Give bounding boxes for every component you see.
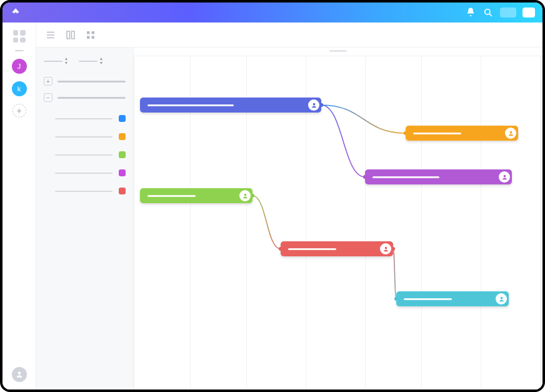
- item-label: [55, 118, 112, 119]
- dependency-link: [321, 105, 365, 177]
- task-title: [148, 195, 196, 197]
- task-title: [372, 176, 439, 178]
- view-toolbar: [36, 23, 542, 48]
- task-bar[interactable]: [365, 169, 512, 184]
- task-sidebar: ▴▾ ▴▾ +−: [36, 48, 134, 389]
- timeline-gridline: [540, 56, 541, 389]
- dependency-link: [393, 249, 396, 299]
- timeline-canvas[interactable]: [134, 48, 542, 389]
- rail-divider: [15, 50, 24, 51]
- task-bar[interactable]: [281, 241, 393, 256]
- status-color-swatch: [119, 169, 126, 176]
- app-logo-icon[interactable]: [10, 7, 21, 18]
- timeline-gridline: [134, 56, 134, 389]
- add-workspace-button[interactable]: +: [12, 104, 26, 118]
- app-topbar: [2, 3, 542, 23]
- search-icon[interactable]: [482, 7, 494, 18]
- svg-point-0: [485, 9, 490, 14]
- dependency-link: [321, 105, 406, 133]
- svg-rect-7: [87, 31, 90, 34]
- task-title: [404, 298, 452, 300]
- timeline-gridline: [365, 56, 366, 389]
- item-label: [55, 154, 112, 156]
- current-user-avatar[interactable]: [12, 367, 27, 382]
- svg-rect-5: [67, 31, 70, 39]
- tree-item[interactable]: [44, 146, 126, 164]
- workspace-avatar-1[interactable]: k: [12, 81, 27, 96]
- status-color-swatch: [119, 115, 126, 122]
- panel-drag-handle-icon[interactable]: [329, 50, 347, 52]
- svg-rect-6: [72, 31, 75, 39]
- timeline-gridline: [481, 56, 481, 389]
- expand-icon[interactable]: +: [44, 77, 52, 86]
- task-bar[interactable]: [140, 98, 321, 113]
- item-label: [55, 173, 112, 174]
- item-label: [55, 136, 112, 138]
- grid-view-icon[interactable]: [85, 29, 96, 41]
- topbar-action-1[interactable]: [500, 8, 516, 18]
- assignee-avatar-icon[interactable]: [380, 243, 391, 254]
- item-label: [55, 191, 112, 192]
- task-bar[interactable]: [396, 291, 509, 306]
- timeline-gridline: [421, 56, 422, 389]
- task-bar[interactable]: [406, 126, 518, 141]
- status-color-swatch: [119, 151, 126, 158]
- dependency-link: [252, 196, 281, 249]
- workspace-avatar-0[interactable]: J: [12, 59, 27, 74]
- sort-option-1[interactable]: ▴▾: [44, 56, 68, 66]
- list-view-icon[interactable]: [45, 29, 56, 41]
- task-title: [288, 248, 336, 250]
- task-title: [148, 104, 234, 106]
- tree-item[interactable]: [44, 128, 126, 146]
- task-bar[interactable]: [140, 188, 252, 203]
- status-color-swatch: [119, 188, 126, 194]
- apps-grid-icon[interactable]: [13, 30, 26, 43]
- sort-option-2[interactable]: ▴▾: [79, 56, 102, 66]
- tree-item[interactable]: [44, 182, 126, 200]
- collapse-icon[interactable]: −: [44, 93, 52, 102]
- task-title: [413, 133, 461, 134]
- assignee-avatar-icon[interactable]: [308, 99, 319, 111]
- svg-line-1: [489, 14, 492, 16]
- timeline-header: [134, 48, 542, 56]
- tree-group-header[interactable]: −: [44, 93, 126, 102]
- assignee-avatar-icon[interactable]: [505, 128, 516, 139]
- tree-item[interactable]: [44, 109, 126, 128]
- svg-rect-10: [92, 36, 95, 39]
- tree-item[interactable]: [44, 164, 126, 182]
- assignee-avatar-icon[interactable]: [239, 190, 251, 201]
- assignee-avatar-icon[interactable]: [496, 293, 507, 304]
- group-label: [58, 81, 126, 83]
- group-label: [58, 97, 126, 99]
- notifications-icon[interactable]: [465, 7, 476, 18]
- left-rail: Jk +: [2, 23, 36, 389]
- status-color-swatch: [119, 133, 126, 140]
- assignee-avatar-icon[interactable]: [499, 171, 510, 183]
- svg-rect-9: [87, 36, 90, 39]
- topbar-action-2[interactable]: [522, 8, 535, 18]
- tree-group-header[interactable]: +: [44, 77, 126, 86]
- board-view-icon[interactable]: [65, 29, 76, 41]
- svg-rect-8: [92, 31, 95, 34]
